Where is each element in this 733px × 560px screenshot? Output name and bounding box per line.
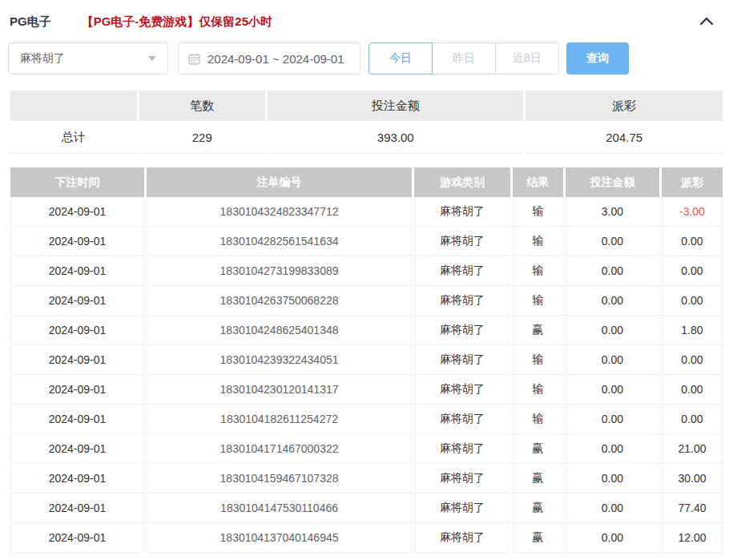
- cell-bet-amount: 0.00: [566, 375, 659, 405]
- chevron-up-icon: [699, 16, 714, 28]
- cell-payout: 77.40: [662, 494, 723, 523]
- game-type-select-value: 麻将胡了: [20, 51, 65, 66]
- cell-bet-number: 1830104159467107328: [147, 464, 412, 494]
- cell-bet-date: 2024-09-01: [10, 464, 144, 494]
- summary-header-row: 笔数 投注金额 派彩: [10, 91, 723, 121]
- cell-result: 赢: [513, 464, 563, 494]
- cell-game-type: 麻将胡了: [414, 256, 510, 286]
- cell-payout: 21.00: [662, 434, 723, 464]
- date-range-value: 2024-09-01 ~ 2024-09-01: [207, 52, 344, 66]
- quick-button-yesterday[interactable]: 昨日: [432, 42, 496, 75]
- cell-game-type: 麻将胡了: [414, 197, 510, 227]
- table-row: 2024-09-01 1830104230120141317 麻将胡了 输 0.…: [10, 375, 723, 405]
- cell-game-type: 麻将胡了: [414, 523, 510, 553]
- summary-total-row: 总计 229 393.00 204.75: [10, 121, 723, 154]
- cell-payout: 0.00: [662, 345, 723, 375]
- col-header-bet-number: 注单编号: [147, 167, 412, 197]
- summary-header-blank: [10, 91, 137, 121]
- summary-total-payout: 204.75: [526, 121, 723, 154]
- cell-result: 输: [513, 375, 563, 405]
- bet-table-header-row: 下注时间 注单编号 游戏类别 结果 投注金额 派彩: [10, 167, 723, 197]
- col-header-result: 结果: [513, 167, 563, 197]
- cell-result: 输: [513, 227, 563, 256]
- cell-result: 输: [513, 197, 563, 227]
- cell-bet-number: 1830104273199833089: [147, 256, 412, 286]
- quick-button-last8days[interactable]: 近8日: [495, 42, 559, 75]
- cell-bet-number: 1830104147530110466: [147, 494, 412, 523]
- search-button[interactable]: 查询: [566, 42, 629, 75]
- cell-payout: 0.00: [662, 227, 723, 256]
- col-header-game-type: 游戏类别: [414, 167, 510, 197]
- cell-game-type: 麻将胡了: [414, 345, 510, 375]
- table-row: 2024-09-01 1830104273199833089 麻将胡了 输 0.…: [10, 256, 723, 286]
- cell-bet-number: 1830104230120141317: [147, 375, 412, 405]
- summary-header-payout: 派彩: [526, 91, 723, 121]
- cell-bet-amount: 0.00: [566, 464, 659, 494]
- cell-bet-date: 2024-09-01: [10, 375, 144, 405]
- cell-bet-number: 1830104182611254272: [147, 405, 412, 434]
- cell-bet-number: 1830104171467000322: [147, 434, 412, 464]
- table-row: 2024-09-01 1830104137040146945 麻将胡了 赢 0.…: [10, 523, 723, 553]
- cell-bet-amount: 3.00: [566, 197, 659, 227]
- summary-total-label: 总计: [10, 121, 137, 154]
- cell-bet-amount: 0.00: [566, 256, 659, 286]
- calendar-icon: [188, 53, 200, 65]
- cell-bet-date: 2024-09-01: [10, 227, 144, 256]
- cell-bet-date: 2024-09-01: [10, 345, 144, 375]
- table-row: 2024-09-01 1830104248625401348 麻将胡了 赢 0.…: [10, 316, 723, 345]
- cell-bet-date: 2024-09-01: [10, 197, 144, 227]
- panel-title: PG电子: [10, 14, 51, 30]
- cell-bet-number: 1830104248625401348: [147, 316, 412, 345]
- summary-total-count: 229: [139, 121, 266, 154]
- cell-bet-amount: 0.00: [566, 227, 659, 256]
- cell-payout: 1.80: [662, 316, 723, 345]
- cell-result: 输: [513, 256, 563, 286]
- cell-result: 赢: [513, 316, 563, 345]
- bet-records-table: 下注时间 注单编号 游戏类别 结果 投注金额 派彩 2024-09-01 183…: [8, 167, 725, 553]
- filter-row: 麻将胡了 2024-09-01 ~ 2024-09-01 今日 昨日 近8日 查…: [0, 42, 733, 75]
- cell-bet-number: 1830104263750068228: [147, 286, 412, 316]
- cell-bet-date: 2024-09-01: [10, 494, 144, 523]
- cell-result: 赢: [513, 434, 563, 464]
- table-row: 2024-09-01 1830104324823347712 麻将胡了 输 3.…: [10, 197, 723, 227]
- cell-result: 输: [513, 405, 563, 434]
- cell-result: 赢: [513, 494, 563, 523]
- quick-button-today[interactable]: 今日: [369, 42, 433, 75]
- cell-game-type: 麻将胡了: [414, 316, 510, 345]
- cell-game-type: 麻将胡了: [414, 464, 510, 494]
- table-row: 2024-09-01 1830104282561541634 麻将胡了 输 0.…: [10, 227, 723, 256]
- col-header-bet-amount: 投注金额: [566, 167, 659, 197]
- table-row: 2024-09-01 1830104159467107328 麻将胡了 赢 0.…: [10, 464, 723, 494]
- cell-bet-date: 2024-09-01: [10, 523, 144, 553]
- bet-table-body: 2024-09-01 1830104324823347712 麻将胡了 输 3.…: [10, 197, 723, 553]
- cell-bet-amount: 0.00: [566, 345, 659, 375]
- collapse-panel-button[interactable]: [699, 16, 714, 28]
- cell-payout: 0.00: [662, 256, 723, 286]
- quick-date-button-group: 今日 昨日 近8日: [369, 42, 559, 75]
- cell-game-type: 麻将胡了: [414, 375, 510, 405]
- date-range-picker[interactable]: 2024-09-01 ~ 2024-09-01: [178, 42, 360, 75]
- col-header-payout: 派彩: [662, 167, 723, 197]
- cell-bet-date: 2024-09-01: [10, 256, 144, 286]
- panel-header: PG电子 【PG电子-免费游戏】仅保留25小时: [0, 0, 733, 30]
- cell-payout: 0.00: [662, 405, 723, 434]
- cell-bet-amount: 0.00: [566, 316, 659, 345]
- cell-bet-date: 2024-09-01: [10, 316, 144, 345]
- cell-result: 输: [513, 286, 563, 316]
- table-row: 2024-09-01 1830104263750068228 麻将胡了 输 0.…: [10, 286, 723, 316]
- cell-bet-amount: 0.00: [566, 286, 659, 316]
- cell-bet-amount: 0.00: [566, 494, 659, 523]
- cell-bet-date: 2024-09-01: [10, 434, 144, 464]
- cell-game-type: 麻将胡了: [414, 286, 510, 316]
- cell-payout: 0.00: [662, 286, 723, 316]
- game-type-select[interactable]: 麻将胡了: [8, 42, 168, 75]
- cell-game-type: 麻将胡了: [414, 405, 510, 434]
- summary-header-count: 笔数: [139, 91, 266, 121]
- summary-header-bet-amount: 投注金额: [268, 91, 523, 121]
- cell-bet-number: 1830104324823347712: [147, 197, 412, 227]
- col-header-bet-time: 下注时间: [10, 167, 144, 197]
- cell-bet-amount: 0.00: [566, 434, 659, 464]
- cell-bet-number: 1830104239322434051: [147, 345, 412, 375]
- summary-total-bet-amount: 393.00: [268, 121, 523, 154]
- cell-bet-number: 1830104282561541634: [147, 227, 412, 256]
